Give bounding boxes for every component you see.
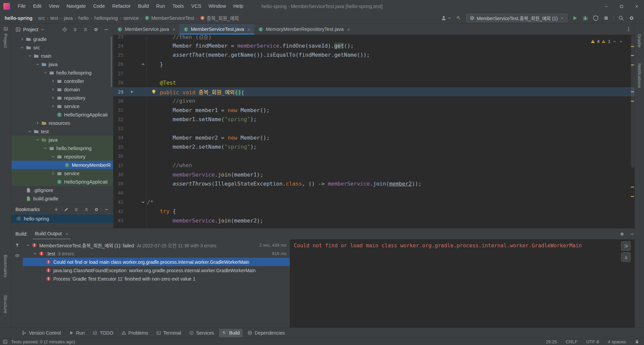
chevron-down-icon[interactable] xyxy=(35,62,40,66)
code-line[interactable]: 35member2.setName("spring"); xyxy=(113,142,635,151)
tab-close-icon[interactable]: × xyxy=(347,27,350,32)
add-button[interactable] xyxy=(54,207,59,212)
chevron-down-icon[interactable] xyxy=(33,251,38,256)
project-tree-item[interactable]: gradle xyxy=(11,35,113,43)
code-line[interactable]: 25assertThat(member.getName()).isEqualTo… xyxy=(113,50,635,59)
menu-window[interactable]: Window xyxy=(205,0,230,12)
code-line[interactable]: 38memberService.join(member1); xyxy=(113,170,635,179)
chevron-down-icon[interactable] xyxy=(35,138,40,142)
settings-button[interactable] xyxy=(620,232,625,237)
settings-button[interactable] xyxy=(629,15,635,21)
toolwindow-build[interactable]: Build xyxy=(219,329,243,337)
build-tree-row[interactable]: java.lang.ClassNotFoundException: worker… xyxy=(23,266,290,275)
edit-button[interactable] xyxy=(64,207,69,212)
menu-code[interactable]: Code xyxy=(90,0,109,12)
code-line[interactable]: 32member1.setName("spring"); xyxy=(113,115,635,124)
code-line[interactable]: 23//then (검증) xyxy=(113,35,635,41)
menu-file[interactable]: File xyxy=(14,0,29,12)
code-line[interactable]: 34Member member2 = new Member(); xyxy=(113,133,635,142)
chevron-right-icon[interactable] xyxy=(50,171,56,176)
code-line[interactable]: 27 xyxy=(113,69,635,78)
project-tree-item[interactable]: CMemoryMemberR xyxy=(11,161,113,169)
project-tree-item[interactable]: main xyxy=(11,52,113,60)
collapse-all-button[interactable] xyxy=(83,27,88,32)
menu-tools[interactable]: Tools xyxy=(169,0,187,12)
code-line[interactable]: 33 xyxy=(113,124,635,133)
window-close-button[interactable] xyxy=(629,0,644,12)
code-line[interactable]: 40 xyxy=(113,188,635,197)
breadcrumb-item[interactable]: test xyxy=(50,15,58,21)
breadcrumb-item[interactable]: service xyxy=(123,15,139,21)
editor-tab[interactable]: CMemberService.java× xyxy=(113,24,179,35)
inspections-widget[interactable]: 41 xyxy=(591,39,623,44)
stop-button[interactable] xyxy=(603,15,609,21)
lock-icon[interactable] xyxy=(635,339,639,344)
settings-button[interactable] xyxy=(93,27,99,32)
toolwindow-version-control[interactable]: Version Control xyxy=(19,329,64,337)
collapse-all-button[interactable] xyxy=(84,207,89,212)
code-line[interactable]: 26} xyxy=(113,60,635,69)
project-tree-item[interactable]: CHelloSpringApplicati xyxy=(11,110,113,119)
project-tree-item[interactable]: resources xyxy=(11,119,113,127)
pin-button[interactable] xyxy=(15,243,20,248)
user-widget[interactable] xyxy=(441,15,451,21)
project-view-title[interactable]: Project xyxy=(23,27,38,32)
code-line[interactable]: 31Member member1 = new Member(); xyxy=(113,106,635,115)
status-crlf[interactable]: CRLF xyxy=(566,339,577,344)
chevron-down-icon[interactable] xyxy=(50,154,56,159)
tab-options-icon[interactable] xyxy=(626,27,631,32)
project-tree-item[interactable]: repository xyxy=(11,152,113,161)
code-line[interactable]: 41/* xyxy=(113,198,635,207)
bookmark-item[interactable]: hello-spring xyxy=(11,214,113,223)
project-tree-item[interactable]: service xyxy=(11,102,113,110)
menu-run[interactable]: Run xyxy=(153,0,169,12)
breadcrumb-item[interactable]: CMemberServiceTest xyxy=(145,15,194,21)
chevron-right-icon[interactable] xyxy=(50,79,56,83)
tool-button-project[interactable]: Project xyxy=(0,27,11,48)
build-tree-row[interactable]: Could not find or load main class worker… xyxy=(23,258,290,266)
prev-warning-icon[interactable] xyxy=(612,39,617,44)
search-button[interactable] xyxy=(618,15,624,21)
code-line[interactable]: 24Member findMember = memberService.find… xyxy=(113,41,635,50)
menu-build[interactable]: Build xyxy=(134,0,152,12)
status-4-spaces[interactable]: 4 spaces xyxy=(608,339,626,344)
build-tree-row[interactable]: :test3 errors616 ms xyxy=(23,249,290,258)
build-output-tab[interactable]: Build Output× xyxy=(33,229,70,239)
build-tree-row[interactable]: MemberServiceTest.중복_회원_예외 (1): failedAt… xyxy=(23,241,290,249)
hide-button[interactable] xyxy=(104,27,109,32)
chevron-right-icon[interactable] xyxy=(35,121,40,125)
code-line[interactable]: 42try { xyxy=(113,207,635,216)
project-tree-item[interactable]: src xyxy=(11,43,113,52)
project-tree-item[interactable]: test xyxy=(11,127,113,136)
project-tree-item[interactable]: .gitignore xyxy=(11,186,113,194)
status-29-25[interactable]: 29:25 xyxy=(546,339,557,344)
project-tree-item[interactable]: CHelloSpringApplicati xyxy=(11,178,113,186)
window-maximize-button[interactable] xyxy=(614,0,629,12)
fold-up-icon[interactable] xyxy=(140,61,146,67)
run-config-selector[interactable]: GMemberServiceTest.중복_회원_예외 (1) xyxy=(466,14,568,22)
code-line[interactable]: 37//when xyxy=(113,161,635,170)
breadcrumb-item[interactable]: src xyxy=(38,15,45,21)
chevron-down-icon[interactable] xyxy=(25,243,31,247)
code-line[interactable]: 29public void 중복_회원_예외(){ xyxy=(113,87,635,96)
hide-button[interactable] xyxy=(630,232,635,237)
tool-button-gradle[interactable]: Gradle xyxy=(635,34,644,48)
chevron-down-icon[interactable] xyxy=(27,129,33,134)
tool-windows-icon[interactable] xyxy=(3,339,8,344)
chevron-right-icon[interactable] xyxy=(19,37,25,41)
project-tree-item[interactable]: java xyxy=(11,136,113,144)
menu-refactor[interactable]: Refactor xyxy=(108,0,134,12)
locate-button[interactable] xyxy=(62,27,67,32)
console-scroll-to-end-button[interactable] xyxy=(621,252,631,262)
run-button[interactable] xyxy=(572,15,578,21)
project-tree-item[interactable]: controller xyxy=(11,77,113,85)
menu-help[interactable]: Help xyxy=(229,0,247,12)
breadcrumb-item[interactable]: java xyxy=(64,15,73,21)
tool-button-structure[interactable]: Structure xyxy=(0,295,11,313)
toolwindow-run[interactable]: Run xyxy=(66,329,88,337)
project-tree-item[interactable]: hello.hellospring xyxy=(11,68,113,77)
intention-bulb-icon[interactable] xyxy=(151,89,157,95)
breadcrumb-item[interactable]: hello-spring xyxy=(5,15,33,21)
console-soft-wrap-button[interactable] xyxy=(621,241,631,251)
editor-tab[interactable]: CMemoryMemberRepositoryTest.java× xyxy=(254,24,354,35)
